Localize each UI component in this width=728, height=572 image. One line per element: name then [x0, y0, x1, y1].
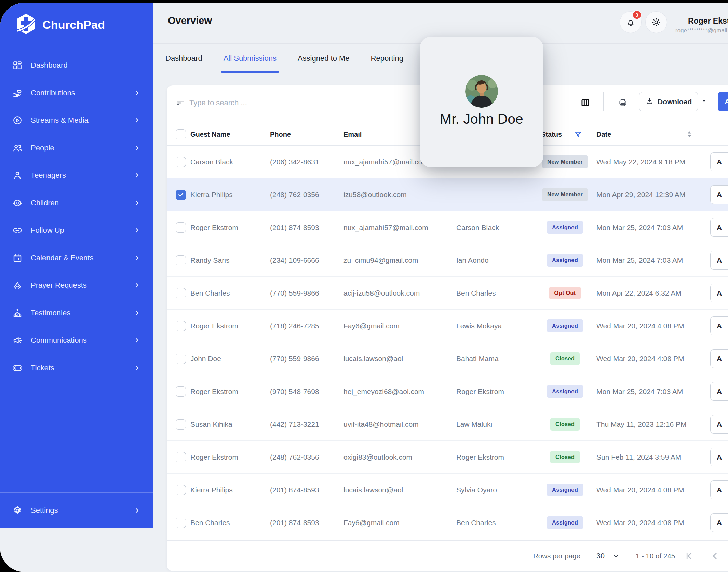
row-checkbox[interactable]: [176, 452, 186, 462]
row-checkbox[interactable]: [176, 386, 186, 397]
row-action-button[interactable]: A: [710, 316, 728, 335]
sidebar-item-label: Follow Up: [31, 226, 64, 235]
column-email[interactable]: Email: [343, 123, 362, 146]
row-action-button[interactable]: A: [710, 448, 728, 466]
select-all-checkbox[interactable]: [176, 129, 186, 139]
settings-icon: [12, 505, 23, 516]
table-row[interactable]: Susan Kihika(442) 713-3221uvif-ita48@hot…: [167, 408, 728, 441]
sidebar-item-contributions[interactable]: Contributions: [0, 79, 153, 107]
guest-preview-name: Mr. John Doe: [420, 111, 543, 127]
sidebar-item-follow-up[interactable]: Follow Up: [0, 217, 153, 244]
row-action-button[interactable]: A: [710, 152, 728, 171]
table-row[interactable]: Roger Ekstrom(248) 762-0356oxigi83@outlo…: [167, 441, 728, 474]
rows-per-page-caret[interactable]: [612, 541, 620, 571]
tab-dashboard[interactable]: Dashboard: [165, 54, 202, 71]
row-action-button[interactable]: A: [710, 513, 728, 532]
sidebar-item-testimonies[interactable]: Testimonies: [0, 299, 153, 327]
assigned-to-cell: Roger Ekstrom: [456, 375, 504, 408]
date-sort-icon[interactable]: [686, 123, 692, 146]
contributions-icon: [12, 88, 23, 98]
row-checkbox[interactable]: [176, 288, 186, 298]
primary-action-button[interactable]: A: [718, 92, 728, 111]
email-cell: oxigi83@outlook.com: [343, 441, 412, 473]
row-action-button[interactable]: A: [710, 349, 728, 368]
sidebar-item-label: Teenagers: [31, 171, 66, 180]
app-title: ChurchPad: [42, 18, 105, 31]
table-row[interactable]: Ben Charles(770) 559-9866acij-izu58@outl…: [167, 277, 728, 310]
prayer-icon: [12, 280, 23, 290]
row-checkbox[interactable]: [176, 518, 186, 528]
row-checkbox[interactable]: [176, 485, 186, 495]
row-checkbox[interactable]: [176, 157, 186, 167]
row-action-button[interactable]: A: [710, 251, 728, 270]
table-row[interactable]: John Doe(770) 559-9866lucais.lawson@aolB…: [167, 342, 728, 375]
row-action-button[interactable]: A: [710, 415, 728, 434]
sidebar-item-teenagers[interactable]: Teenagers: [0, 162, 153, 189]
row-action-button[interactable]: A: [710, 218, 728, 237]
status-cell: Assigned: [538, 244, 592, 276]
table-row[interactable]: Randy Saris(234) 109-6666zu_cimu94@gmail…: [167, 244, 728, 277]
table-row[interactable]: Kierra Philips(248) 762-0356izu58@outloo…: [167, 178, 728, 211]
table-row[interactable]: Roger Ekstrom(201) 874-8593nux_ajamahi57…: [167, 211, 728, 244]
assigned-to-cell: Bahati Mama: [456, 342, 499, 375]
print-button[interactable]: [614, 94, 632, 111]
table-row[interactable]: Roger Ekstrom(970) 548-7698hej_emeyozi68…: [167, 375, 728, 408]
table-row[interactable]: Roger Ekstrom(718) 246-7285Fay6@gmail.co…: [167, 310, 728, 342]
column-phone[interactable]: Phone: [270, 123, 291, 146]
sidebar-item-children[interactable]: Children: [0, 189, 153, 217]
status-cell: Opt Out: [538, 277, 592, 309]
row-checkbox[interactable]: [176, 321, 186, 331]
sidebar-item-people[interactable]: People: [0, 134, 153, 162]
row-action-button[interactable]: A: [710, 185, 728, 204]
row-action-button[interactable]: A: [710, 284, 728, 302]
status-filter-icon[interactable]: [574, 123, 582, 146]
phone-cell: (201) 874-8593: [270, 211, 319, 244]
row-checkbox[interactable]: [176, 255, 186, 265]
assigned-to-cell: Roger Ekstrom: [456, 441, 504, 473]
pagination-bar: Rows per page: 30 1 - 10 of 245: [167, 540, 728, 571]
columns-toggle-button[interactable]: [576, 94, 594, 111]
sidebar-item-calendar-events[interactable]: Calendar & Events: [0, 244, 153, 272]
sidebar-item-settings[interactable]: Settings: [0, 493, 153, 528]
first-page-button[interactable]: [684, 541, 694, 571]
column-guest-name[interactable]: Guest Name: [190, 123, 230, 146]
row-action-button[interactable]: A: [710, 480, 728, 499]
search-input[interactable]: [189, 92, 368, 113]
status-cell: New Member: [538, 146, 592, 178]
email-cell: acij-izu58@outlook.com: [343, 277, 420, 309]
sidebar-item-dashboard[interactable]: Dashboard: [0, 52, 153, 79]
tab-assigned-to-me[interactable]: Assigned to Me: [298, 54, 350, 71]
sidebar-item-tickets[interactable]: Tickets: [0, 354, 153, 382]
tab-reporting[interactable]: Reporting: [371, 54, 403, 71]
sidebar-item-streams-media[interactable]: Streams & Media: [0, 107, 153, 134]
column-date[interactable]: Date: [596, 123, 611, 146]
row-checkbox[interactable]: [176, 222, 186, 233]
guest-name-cell: Kierra Philips: [190, 474, 233, 506]
download-button[interactable]: Download: [639, 92, 698, 111]
table-row[interactable]: Ben Charles(201) 874-8593Fay6@gmail.comB…: [167, 506, 728, 539]
row-checkbox[interactable]: [176, 354, 186, 364]
status-badge: Assigned: [547, 385, 583, 398]
tab-all-submissions[interactable]: All Submissions: [224, 54, 277, 71]
sidebar-item-prayer-requests[interactable]: Prayer Requests: [0, 272, 153, 299]
app-window: ChurchPad DashboardContributionsStreams …: [0, 3, 728, 572]
assigned-to-cell: Ian Aondo: [456, 244, 489, 276]
row-checkbox[interactable]: [176, 419, 186, 430]
table-row[interactable]: Kierra Philips(201) 874-8593lucais.lawso…: [167, 474, 728, 506]
sidebar-item-communications[interactable]: Communications: [0, 327, 153, 354]
user-name[interactable]: Roger Ekstr: [688, 16, 728, 26]
theme-toggle-button[interactable]: [645, 11, 667, 33]
phone-cell: (248) 762-0356: [270, 441, 319, 473]
search-filter-icon: [176, 98, 185, 109]
row-action-button[interactable]: A: [710, 382, 728, 401]
date-cell: Sun Feb 11, 2024 3:59 AM: [596, 441, 681, 473]
status-badge: Assigned: [547, 319, 583, 332]
column-status[interactable]: Status: [541, 123, 562, 146]
download-options-caret[interactable]: [701, 98, 707, 105]
notifications-button[interactable]: 3: [620, 11, 642, 33]
rows-per-page-value[interactable]: 30: [596, 541, 605, 571]
row-checkbox[interactable]: [176, 190, 186, 200]
date-cell: Thu May 11, 2023 12:16 PM: [596, 408, 686, 440]
phone-cell: (234) 109-6666: [270, 244, 319, 276]
previous-page-button[interactable]: [710, 541, 720, 571]
